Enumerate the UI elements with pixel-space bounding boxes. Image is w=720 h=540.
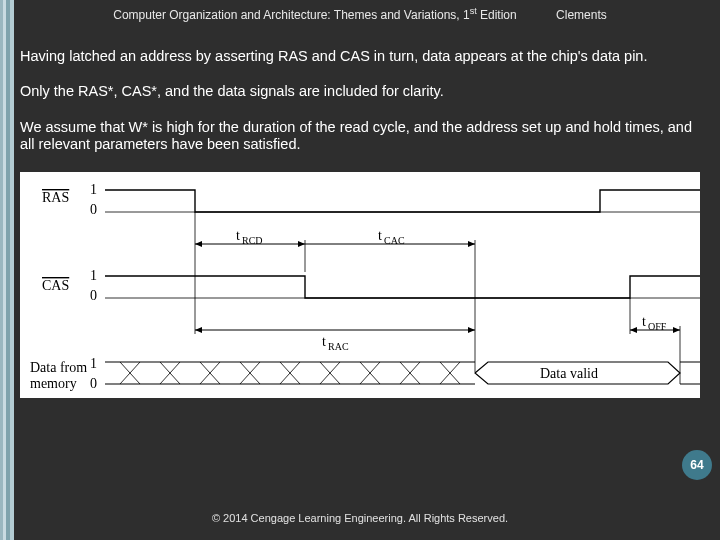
ras-hi: 1 (90, 182, 97, 197)
data-label-l1: Data from (30, 360, 87, 375)
trcd-arrow-r (298, 241, 305, 247)
tcac-label: CAC (384, 235, 405, 246)
page-number-badge: 64 (682, 450, 712, 480)
data-lo: 0 (90, 376, 97, 391)
cas-label: CAS (42, 278, 69, 293)
trac-prefix: t (322, 334, 326, 349)
paragraph-1: Having latched an address by asserting R… (20, 48, 700, 65)
cas-lo: 0 (90, 288, 97, 303)
data-trail (680, 362, 700, 384)
tcac-prefix: t (378, 228, 382, 243)
ras-label: RAS (42, 190, 69, 205)
cas-hi: 1 (90, 268, 97, 283)
trac-arrow-r (468, 327, 475, 333)
trcd-label: RCD (242, 235, 263, 246)
book-title-post: Edition (477, 8, 517, 22)
trcd-arrow-l (195, 241, 202, 247)
ras-wave (105, 190, 700, 212)
author-name: Clements (556, 8, 607, 22)
cas-wave (105, 276, 700, 298)
data-valid-label: Data valid (540, 366, 598, 381)
trac-label: RAC (328, 341, 349, 352)
copyright-text: © 2014 Cengage Learning Engineering. All… (212, 512, 508, 524)
trac-arrow-l (195, 327, 202, 333)
data-label-l2: memory (30, 376, 77, 391)
edition-sup: st (470, 6, 477, 16)
slide-content: Computer Organization and Architecture: … (14, 0, 720, 540)
paragraph-3: We assume that W* is high for the durati… (20, 119, 700, 154)
slide-header: Computer Organization and Architecture: … (20, 6, 700, 22)
page-number: 64 (690, 458, 703, 472)
tcac-arrow-r (468, 241, 475, 247)
toff-label: OFF (648, 321, 667, 332)
data-floating (105, 362, 475, 384)
toff-arrow-r (673, 327, 680, 333)
timing-diagram: RAS 1 0 t RCD t CAC CAS 1 0 (20, 172, 700, 398)
trcd-prefix: t (236, 228, 240, 243)
data-hi: 1 (90, 356, 97, 371)
toff-arrow-l (630, 327, 637, 333)
book-title-pre: Computer Organization and Architecture: … (113, 8, 469, 22)
toff-prefix: t (642, 314, 646, 329)
ras-lo: 0 (90, 202, 97, 217)
paragraph-2: Only the RAS*, CAS*, and the data signal… (20, 83, 700, 100)
copyright-footer: © 2014 Cengage Learning Engineering. All… (0, 512, 720, 524)
decorative-left-strip (0, 0, 14, 540)
